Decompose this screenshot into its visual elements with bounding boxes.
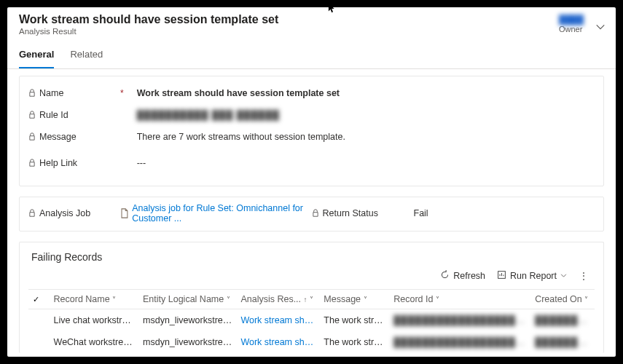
details-card: Name * Work stream should have session t… bbox=[19, 76, 604, 186]
cell-entity: msdyn_liveworkstream bbox=[138, 331, 236, 353]
chevron-down-icon bbox=[560, 272, 567, 280]
name-label: Name bbox=[39, 88, 63, 98]
analysis-card: Analysis Job * Analysis job for Rule Set… bbox=[19, 197, 604, 232]
col-record-name[interactable]: Record Name ˅ bbox=[50, 290, 138, 309]
more-button[interactable]: ⋮ bbox=[579, 270, 589, 282]
cell-record-name: WeChat workstream bbox=[50, 331, 138, 353]
ruleid-value-blurred: ██████████ ███ ██████ bbox=[137, 110, 595, 120]
refresh-icon bbox=[440, 270, 450, 282]
table-row[interactable]: Live chat workstream msdyn_liveworkstrea… bbox=[28, 309, 595, 332]
tab-related[interactable]: Related bbox=[70, 43, 103, 68]
chevron-down-icon: ˅ bbox=[364, 296, 367, 304]
cell-created-on-blurred: ██████████ bbox=[530, 331, 595, 353]
chevron-down-icon: ˅ bbox=[436, 296, 439, 304]
lock-icon bbox=[28, 111, 36, 120]
failing-records-table: ✓ Record Name ˅ Entity Logical Name ˅ An… bbox=[28, 289, 595, 353]
select-all-checkbox[interactable]: ✓ bbox=[28, 290, 50, 309]
ruleid-label: Rule Id bbox=[39, 110, 68, 120]
message-value: There are 7 work streams without session… bbox=[137, 132, 595, 142]
chevron-down-icon: ˅ bbox=[112, 296, 116, 304]
refresh-label: Refresh bbox=[453, 271, 485, 281]
col-created-on[interactable]: Created On ˅ bbox=[530, 290, 595, 309]
cell-entity: msdyn_liveworkstream bbox=[138, 309, 236, 332]
page-title: Work stream should have session template… bbox=[19, 13, 604, 26]
col-analysis-result[interactable]: Analysis Res... ↑ ˅ bbox=[236, 290, 319, 309]
cell-record-id-blurred: ███████████████████████ bbox=[389, 309, 530, 332]
helplink-value: --- bbox=[137, 158, 595, 168]
cell-message: The work stream L... bbox=[319, 309, 389, 332]
analysisjob-link[interactable]: Analysis job for Rule Set: Omnichannel f… bbox=[132, 203, 311, 223]
failing-records-card: Failing Records Refresh Run Report bbox=[19, 242, 604, 353]
cell-analysis-res-link[interactable]: Work stream shoul bbox=[236, 309, 319, 332]
lock-icon bbox=[28, 89, 36, 98]
lock-icon bbox=[28, 132, 36, 142]
cell-message: The work stream ... bbox=[319, 331, 389, 353]
chevron-down-icon: ˅ bbox=[227, 296, 230, 304]
chevron-down-icon: ˅ bbox=[584, 296, 588, 304]
refresh-button[interactable]: Refresh bbox=[440, 270, 485, 282]
page-subtitle: Analysis Result bbox=[19, 27, 604, 36]
required-indicator: * bbox=[120, 88, 124, 98]
header: Work stream should have session template… bbox=[7, 7, 616, 69]
run-report-label: Run Report bbox=[510, 271, 557, 281]
cell-record-id-blurred: ███████████████████████ bbox=[389, 331, 530, 353]
lock-icon bbox=[28, 159, 36, 168]
cell-created-on-blurred: ██████████ bbox=[530, 309, 595, 332]
tab-bar: General Related bbox=[19, 43, 604, 68]
analysisjob-label: Analysis Job bbox=[39, 208, 90, 218]
returnstatus-value: Fail bbox=[414, 208, 595, 218]
name-value: Work stream should have session template… bbox=[137, 88, 595, 98]
message-label: Message bbox=[39, 132, 77, 142]
table-row[interactable]: WeChat workstream msdyn_liveworkstream W… bbox=[28, 331, 595, 353]
run-report-button[interactable]: Run Report bbox=[497, 270, 567, 282]
col-entity[interactable]: Entity Logical Name ˅ bbox=[138, 290, 236, 309]
cell-analysis-res-link[interactable]: Work stream shoul bbox=[236, 331, 319, 353]
document-icon bbox=[119, 208, 129, 218]
report-icon bbox=[497, 270, 506, 282]
sort-asc-icon: ↑ bbox=[304, 296, 307, 304]
helplink-label: Help Link bbox=[39, 158, 77, 168]
col-message[interactable]: Message ˅ bbox=[319, 290, 389, 309]
owner-label: Owner bbox=[559, 25, 584, 33]
owner-field[interactable]: ████ Owner bbox=[559, 15, 584, 33]
col-record-id[interactable]: Record Id ˅ bbox=[389, 290, 530, 309]
mouse-cursor-icon bbox=[328, 7, 338, 13]
failing-records-title: Failing Records bbox=[31, 251, 595, 263]
returnstatus-label: Return Status bbox=[323, 208, 378, 218]
expand-chevron-icon[interactable] bbox=[595, 22, 606, 34]
cell-record-name: Live chat workstream bbox=[50, 309, 138, 332]
owner-name-blurred: ████ bbox=[559, 15, 584, 25]
tab-general[interactable]: General bbox=[19, 43, 54, 68]
lock-icon bbox=[28, 209, 36, 218]
lock-icon bbox=[312, 209, 319, 218]
chevron-down-icon: ˅ bbox=[310, 296, 313, 304]
